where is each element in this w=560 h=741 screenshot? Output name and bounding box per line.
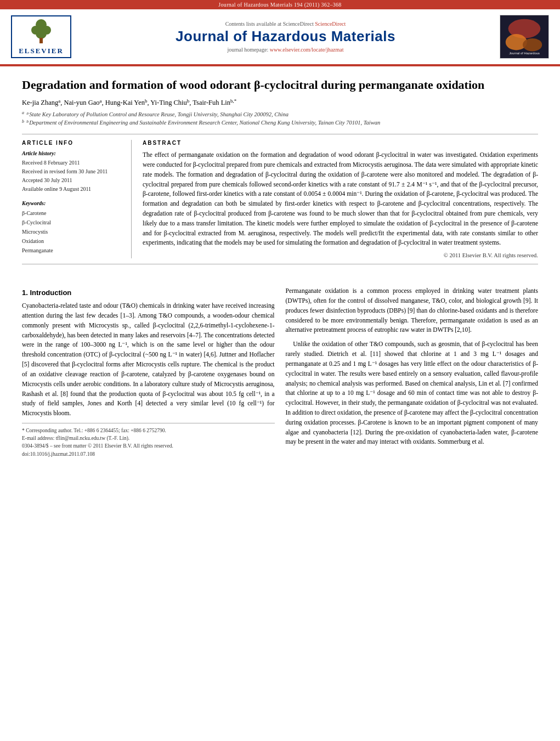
homepage-link[interactable]: journal homepage: www.elsevier.com/locat… xyxy=(71,47,500,53)
affiliation-b: b ᵇ Department of Environmental Engineer… xyxy=(22,118,538,127)
footnote-section: * Corresponding author. Tel.: +886 6 236… xyxy=(22,423,275,458)
paper-title: Degradation and formation of wood odoran… xyxy=(22,77,538,93)
svg-rect-4 xyxy=(39,38,43,43)
keyword-3: Microcystis xyxy=(22,227,123,236)
svg-point-3 xyxy=(36,28,47,39)
sciencedirect-link[interactable]: Contents lists available at ScienceDirec… xyxy=(71,21,500,27)
svg-text:Journal of Hazardous: Journal of Hazardous xyxy=(509,52,540,55)
elsevier-tree-icon xyxy=(30,18,52,46)
affiliation-a: a ᵃ State Key Laboratory of Pollution Co… xyxy=(22,110,538,119)
homepage-anchor[interactable]: www.elsevier.com/locate/jhazmat xyxy=(270,47,344,53)
cover-art-icon: Journal of Hazardous xyxy=(500,15,548,59)
journal-cover-image: Journal of Hazardous xyxy=(500,15,549,59)
introduction-text-right: Permanganate oxidation is a common proce… xyxy=(286,286,539,447)
introduction-text-left: Cyanobacteria-related taste and odour (T… xyxy=(22,301,275,418)
journal-header-center: Contents lists available at ScienceDirec… xyxy=(71,21,500,53)
article-info-abstract: ARTICLE INFO Article history: Received 8… xyxy=(22,140,538,258)
elsevier-wordmark: ELSEVIER xyxy=(19,47,64,55)
affiliations: a ᵃ State Key Laboratory of Pollution Co… xyxy=(22,110,538,128)
abstract-title: ABSTRACT xyxy=(143,140,538,146)
journal-citation-text: Journal of Hazardous Materials 194 (2011… xyxy=(218,2,341,8)
revised-date: Received in revised form 30 June 2011 xyxy=(22,167,123,176)
abstract-column: ABSTRACT The effect of permanganate oxid… xyxy=(143,140,538,258)
article-info-title: ARTICLE INFO xyxy=(22,140,123,146)
copyright-line: © 2011 Elsevier B.V. All rights reserved… xyxy=(143,252,538,258)
email-note: E-mail address: tflin@mail.ncku.edu.tw (… xyxy=(22,434,275,442)
article-history-title: Article history: xyxy=(22,150,123,156)
journal-header: ELSEVIER Contents lists available at Sci… xyxy=(0,9,560,65)
doi-note: doi:10.1016/j.jhazmat.2011.07.108 xyxy=(22,450,275,458)
introduction-section-title: 1. Introduction xyxy=(22,289,275,297)
body-right-column: Permanganate oxidation is a common proce… xyxy=(286,286,539,458)
svg-point-8 xyxy=(523,38,542,51)
article-history: Article history: Received 8 February 201… xyxy=(22,150,123,194)
received-date: Received 8 February 2011 xyxy=(22,159,123,167)
journal-title: Journal of Hazardous Materials xyxy=(71,28,500,45)
issn-note: 0304-3894/$ – see front matter © 2011 El… xyxy=(22,442,275,450)
keywords-section: Keywords: β-Carotene β-Cyclocitral Micro… xyxy=(22,200,123,255)
keyword-2: β-Cyclocitral xyxy=(22,218,123,227)
paper-content: Degradation and formation of wood odoran… xyxy=(0,66,560,281)
journal-citation-bar: Journal of Hazardous Materials 194 (2011… xyxy=(0,0,560,9)
abstract-text: The effect of permanganate oxidation on … xyxy=(143,150,538,248)
sciencedirect-anchor[interactable]: ScienceDirect xyxy=(315,21,346,27)
accepted-date: Accepted 30 July 2011 xyxy=(22,176,123,185)
keyword-5: Permanganate xyxy=(22,246,123,255)
available-date: Available online 9 August 2011 xyxy=(22,185,123,194)
authors-line: Ke-jia Zhanga, Nai-yun Gaoa, Hung-Kai Ye… xyxy=(22,99,538,107)
main-body: 1. Introduction Cyanobacteria-related ta… xyxy=(0,281,560,469)
keywords-title: Keywords: xyxy=(22,200,123,206)
body-left-column: 1. Introduction Cyanobacteria-related ta… xyxy=(22,286,275,458)
section-divider-2 xyxy=(22,264,538,264)
article-info-column: ARTICLE INFO Article history: Received 8… xyxy=(22,140,132,258)
keyword-4: Oxidation xyxy=(22,236,123,246)
section-divider-1 xyxy=(22,134,538,134)
corresponding-author-note: * Corresponding author. Tel.: +886 6 236… xyxy=(22,427,275,434)
keyword-1: β-Carotene xyxy=(22,208,123,218)
elsevier-logo: ELSEVIER xyxy=(11,15,71,58)
